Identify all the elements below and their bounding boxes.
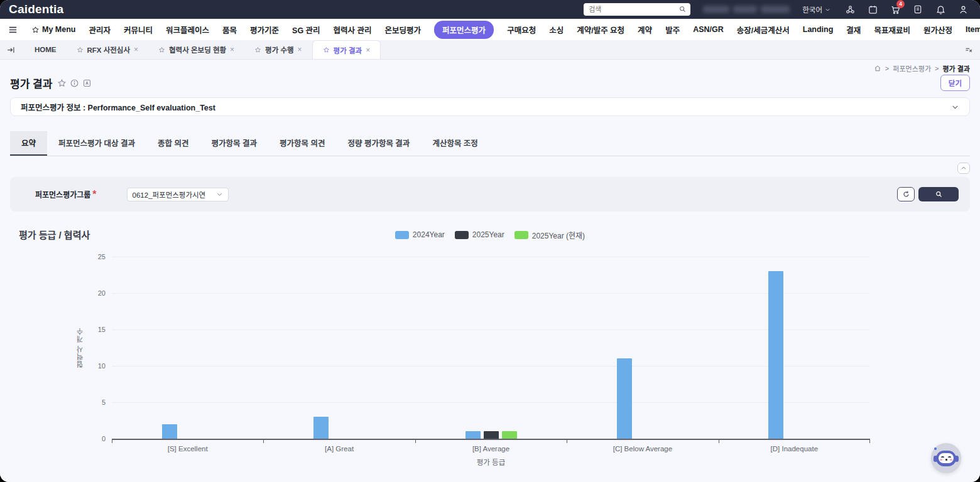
tab-performance-target-result[interactable]: 퍼포먼스평가 대상 결과	[47, 131, 146, 156]
menu-item-eval-criteria[interactable]: 평가기준	[250, 24, 279, 36]
menu-item-item-doctor[interactable]: Item Doctor	[966, 25, 980, 34]
y-tick-label: 0	[87, 435, 106, 442]
close-all-tabs-icon[interactable]	[964, 45, 974, 55]
manual-icon[interactable]	[82, 78, 92, 88]
menu-item-asn-gr[interactable]: ASN/GR	[693, 25, 724, 34]
bar	[502, 431, 517, 439]
cart-icon[interactable]: 4	[887, 1, 903, 18]
required-asterisk: *	[92, 189, 96, 200]
chatbot-button[interactable]	[931, 443, 961, 473]
tab-home[interactable]: HOME	[24, 40, 67, 59]
close-icon[interactable]: ×	[230, 45, 234, 54]
menu-item-purchase-request[interactable]: 구매요청	[507, 24, 536, 36]
menu-item-order[interactable]: 발주	[665, 24, 680, 36]
language-selector[interactable]: 한국어	[802, 4, 830, 14]
chevron-up-icon[interactable]	[957, 163, 970, 174]
filter-panel: 퍼포먼스평가그룹 * 0612_퍼포먼스평가시연	[10, 177, 970, 212]
chart-header: 평가 등급 / 협력사 2024Year2025Year2025Year (현재…	[10, 228, 970, 242]
category-group-3	[567, 257, 718, 439]
chart-legend: 2024Year2025Year2025Year (현재)	[10, 228, 970, 242]
menu-item-contract[interactable]: 계약	[638, 24, 652, 36]
menu-item-community[interactable]: 커뮤니티	[124, 24, 153, 36]
menu-item-contract-order-request[interactable]: 계약/발주 요청	[577, 24, 624, 36]
calendar-icon[interactable]	[864, 1, 881, 18]
group-select-value: 0612_퍼포먼스평가시연	[133, 190, 206, 200]
close-page-button[interactable]: 닫기	[940, 75, 970, 91]
menu-item-target-material-cost[interactable]: 목표재료비	[874, 24, 910, 36]
bars-row	[112, 257, 870, 439]
tab-eval-result[interactable]: 평가 결과 ×	[312, 40, 381, 59]
menu-item-sourcing[interactable]: 소싱	[549, 24, 564, 36]
menu-item-items[interactable]: 품목	[222, 24, 237, 36]
arrow-to-bar-icon[interactable]	[6, 45, 16, 55]
y-tick-label: 20	[87, 289, 106, 297]
filter-collapse-row	[10, 163, 970, 174]
user-info-redacted	[703, 6, 790, 13]
chevron-down-icon[interactable]	[951, 103, 959, 111]
legend-swatch	[514, 231, 528, 239]
home-icon[interactable]	[874, 65, 881, 72]
menu-item-admin[interactable]: 관리자	[89, 24, 111, 36]
org-icon[interactable]	[842, 1, 858, 18]
legend-item[interactable]: 2024Year	[395, 230, 445, 239]
user-icon[interactable]	[955, 1, 971, 18]
search-icon[interactable]	[678, 5, 687, 13]
tab-overall-opinion[interactable]: 종합 의견	[146, 131, 200, 156]
x-tick	[719, 440, 719, 443]
menu-item-invoice-tax[interactable]: 송장/세금계산서	[737, 24, 790, 36]
menu-item-supplier-mgmt[interactable]: 협력사 관리	[334, 24, 372, 36]
tab-rfx-prescreening[interactable]: RFX 사전심사 ×	[67, 40, 149, 59]
tab-supplier-onboarding-status[interactable]: 협력사 온보딩 현황 ×	[148, 40, 244, 59]
tab-label: HOME	[35, 46, 57, 53]
info-icon[interactable]	[70, 78, 79, 88]
bar	[484, 431, 499, 439]
menu-item-onboarding-eval[interactable]: 온보딩평가	[385, 24, 422, 36]
x-category-label: [C] Below Average	[567, 440, 718, 453]
y-tick-label: 15	[87, 326, 106, 333]
x-axis-label: 평가 등급	[112, 453, 870, 467]
filter-actions	[897, 187, 959, 201]
star-icon	[158, 46, 165, 53]
hamburger-menu-icon[interactable]	[8, 24, 18, 35]
breadcrumb: > 퍼포먼스평가 > 평가 결과	[10, 60, 970, 73]
tab-eval-item-opinion[interactable]: 평가항목 의견	[268, 131, 336, 156]
x-tick	[112, 440, 112, 443]
favorite-star-icon[interactable]	[57, 78, 67, 88]
tab-summary[interactable]: 요약	[10, 131, 47, 156]
menu-item-my-menu[interactable]: My Menu	[31, 25, 75, 34]
tab-calc-item-adjust[interactable]: 계산항목 조정	[421, 131, 489, 156]
tab-eval-execution[interactable]: 평가 수행 ×	[244, 40, 312, 59]
tab-label: 협력사 온보딩 현황	[169, 45, 226, 55]
close-icon[interactable]: ×	[366, 46, 370, 55]
search-input[interactable]	[584, 3, 690, 16]
close-icon[interactable]: ×	[298, 45, 302, 54]
memo-icon[interactable]	[910, 1, 926, 18]
breadcrumb-item[interactable]: 퍼포먼스평가	[893, 63, 931, 73]
tab-label: RFX 사전심사	[87, 45, 131, 55]
evaluation-info-panel[interactable]: 퍼포먼스평가 정보 : Performance_Self evaluation_…	[10, 97, 970, 116]
bar	[768, 271, 783, 439]
menu-item-performance-eval[interactable]: 퍼포먼스평가	[434, 21, 494, 39]
work-tabbar: HOME RFX 사전심사 × 협력사 온보딩 현황 × 평가 수행 × 평가 …	[0, 40, 980, 60]
legend-item[interactable]: 2025Year (현재)	[514, 230, 585, 240]
star-icon	[254, 46, 261, 53]
group-select[interactable]: 0612_퍼포먼스평가시연	[127, 188, 229, 201]
chevron-down-icon	[825, 7, 830, 13]
tab-quant-eval-item-result[interactable]: 정량 평가항목 결과	[336, 131, 421, 156]
legend-item[interactable]: 2025Year	[455, 230, 504, 239]
category-group-2	[415, 257, 567, 439]
refresh-button[interactable]	[897, 187, 915, 201]
x-category-label: [A] Great	[263, 440, 415, 453]
menu-item-workplace[interactable]: 워크플레이스	[166, 24, 209, 36]
close-icon[interactable]: ×	[134, 45, 138, 54]
chatbot-status-dot	[934, 447, 937, 450]
bell-icon[interactable]	[932, 1, 949, 18]
menu-item-sg-mgmt[interactable]: SG 관리	[292, 24, 320, 36]
menu-item-landing[interactable]: Landing	[803, 25, 834, 34]
chatbot-robot-icon	[936, 451, 956, 466]
menu-item-cost-estimation[interactable]: 원가산정	[923, 24, 952, 36]
bar	[162, 424, 177, 439]
filter-search-button[interactable]	[918, 187, 959, 201]
tab-eval-item-result[interactable]: 평가항목 결과	[200, 131, 268, 156]
menu-item-approval[interactable]: 결재	[846, 24, 861, 36]
